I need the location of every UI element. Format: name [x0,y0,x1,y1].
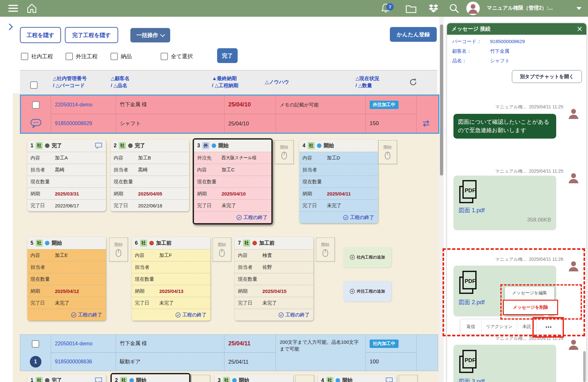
menu-icon[interactable] [8,5,19,12]
home-icon[interactable] [26,3,37,14]
avatar [567,172,580,185]
bulk-action-button[interactable]: 一括操作 [130,28,170,42]
card-comment-icon[interactable] [94,377,103,382]
start-drop-zone[interactable]: 開始 [213,238,231,261]
process-card-partial-4[interactable]: 4社開始 [318,374,397,382]
hide-process-button[interactable]: 工程を隠す [20,27,61,43]
panel-scrollbar-thumb[interactable] [583,351,586,382]
customer-name: 竹下金属 様 [120,340,147,347]
hide-completed-button[interactable]: 完了工程を隠す [65,27,118,43]
bulk-action-label: 一括操作 [136,32,158,39]
user-avatar[interactable] [466,2,480,15]
complete-button[interactable]: 完了 [217,48,238,63]
chat-panel-header: メッセージ 接続 [447,23,586,35]
process-card-3-selected[interactable]: 3外開始 外注先西大阪スチール様 内容加工C 現在数量 納期2025/04/10… [193,138,273,224]
end-process-button[interactable]: 工程の終了 [132,309,210,321]
swap-arrows-icon[interactable] [417,114,436,133]
checkbox-outsource[interactable] [66,53,73,60]
order-id-link[interactable]: 22050014-demo [55,102,92,108]
end-process-button[interactable]: 工程の終了 [27,309,106,321]
file-size: 358.06KB [527,217,551,223]
final-due-date: 25/04/10 [228,101,251,108]
file-link[interactable]: 図面 3.pdf [459,377,485,382]
top-bar: 7 マニュアル権限（管理2）:... [0,0,588,17]
filter-outsource-process[interactable]: 外注工程 [66,53,98,60]
pdf-icon: PDF [459,179,477,204]
barcode-link[interactable]: 9185000008629 [55,121,92,126]
process-card-partial-2-selected[interactable]: 2社開始 [110,373,190,382]
process-card-6[interactable]: 6社加工前 内容加工F 担当者 現在数量 納期2025/04/13 完了日未完了… [132,237,210,321]
info-barcode: バーコード：9185000008629 [452,39,525,45]
chat-bubble-icon[interactable] [21,114,51,133]
header-select-checkbox[interactable] [30,81,38,89]
status-dot [212,143,216,148]
dropbox-icon[interactable] [428,4,439,13]
column-header-knowhow[interactable]: △ノウハウ [265,78,355,86]
menu-edit-message[interactable]: メッセージを編集 [505,287,554,299]
easy-register-button[interactable]: かんたん登録 [390,27,437,42]
user-menu-label[interactable]: マニュアル権限（管理2）:... [487,5,553,12]
folder-icon[interactable] [405,4,417,14]
filter-delivery[interactable]: 納品 [110,53,132,60]
menu-delete-message-highlighted[interactable]: メッセージを削除 [503,300,558,315]
start-drop-zone[interactable]: 開始 [399,375,417,382]
start-drop-zone[interactable]: 開始 [295,375,314,382]
filter-select-all[interactable]: 全て選択 [161,53,193,60]
card-comment-icon[interactable] [385,377,393,382]
status-dot [317,143,321,148]
status-dot [149,241,154,245]
card-comment-icon[interactable] [94,142,103,149]
chat-message-file[interactable]: PDF 図面 3.pdf [453,345,556,382]
status-dot [129,378,134,382]
file-link[interactable]: 図面 1.pdf [459,206,485,214]
user-dropdown-caret-icon[interactable] [576,7,582,10]
start-drop-zone[interactable]: 開始 [316,238,335,261]
open-chat-tab-button[interactable]: 別タブでチャットを開く [512,70,582,83]
process-card-partial-1[interactable]: 1社完了 [27,374,106,382]
column-header-due[interactable]: ▲最終納期/ △工程納期 [212,75,265,89]
row-checkbox[interactable] [32,101,39,109]
close-icon[interactable] [577,26,583,32]
barcode-link[interactable]: 9185000008636 [55,359,92,365]
process-card-5[interactable]: 5社開始 内容加工E 担当者 現在数量 納期2025/04/12 完了日未完了 … [27,237,106,321]
expand-panel-chevron-icon[interactable] [6,23,13,30]
refresh-icon[interactable] [409,78,417,86]
add-outsource-process-button[interactable]: 外注工程の追加 [343,281,391,302]
start-drop-zone[interactable]: 開始 [378,140,397,164]
process-card-partial-3[interactable]: 3社開始 [215,374,293,382]
process-card-7[interactable]: 7社加工前 内容検査 担当者佐野 現在数量 納期2025/04/15 完了日未完… [235,237,313,321]
start-drop-zone[interactable]: 開始 [275,140,294,164]
product-name: シャフト [120,120,141,127]
main-scrollbar-thumb[interactable] [440,24,443,176]
product-name: 駆動ギア [120,359,141,365]
order-row[interactable]: 1 22050014-demo 9185000008636 竹下金属 様 駆動ギ… [20,334,438,371]
mouse-icon [281,151,287,160]
checkbox-internal[interactable] [21,53,28,60]
chat-message-file[interactable]: PDF 図面 1.pdf 358.06KB [453,176,556,230]
avatar [567,107,580,120]
end-process-button[interactable]: 工程の終了 [235,309,313,321]
knowhow-note: 200文字まで入力可能。品名100文字まで可能 [280,339,362,352]
mouse-icon [115,249,122,257]
avatar [567,338,580,351]
search-icon[interactable] [449,3,459,14]
add-internal-process-button[interactable]: 社内工程の追加 [343,247,391,268]
filter-internal-process[interactable]: 社内工程 [21,53,53,60]
chat-message-text[interactable]: 図面について確認したいことがあるので至急連絡お願いします [453,114,556,139]
column-header-status[interactable]: △現在状況/ △数量 [355,75,407,89]
process-card-2[interactable]: 2社完了 内容加工B 担当者黒崎 現在数量 納期2025/04/05 完了日20… [110,140,189,211]
checkbox-delivery[interactable] [110,53,118,60]
order-id-link[interactable]: 22050014-demo [55,341,92,347]
checkbox-select-all[interactable] [161,53,168,60]
start-drop-zone[interactable]: 開始 [191,375,210,382]
order-row[interactable]: 22050014-demo 9185000008629 竹下金属 様 シャフト … [20,95,439,134]
message-meta: マニュアル権... 2025/04/11 11:25 [495,104,563,110]
row-checkbox[interactable] [32,340,39,348]
start-drop-zone[interactable]: 開始 [109,238,128,261]
process-card-4[interactable]: 4社開始 内容加工D 担当者 現在数量 納期2025/04/11 完了日未完了 … [299,140,378,223]
end-process-button[interactable]: 工程の終了 [299,211,378,223]
process-card-1[interactable]: 1社完了 内容加工A 担当者黒崎 現在数量 納期2025/03/31 完了日20… [27,140,106,211]
end-process-button[interactable]: 工程の終了 [194,211,271,223]
column-header-id[interactable]: △社内管理番号/ △バーコード [53,75,111,89]
column-header-customer[interactable]: △顧客名/ △品名 [111,75,212,89]
